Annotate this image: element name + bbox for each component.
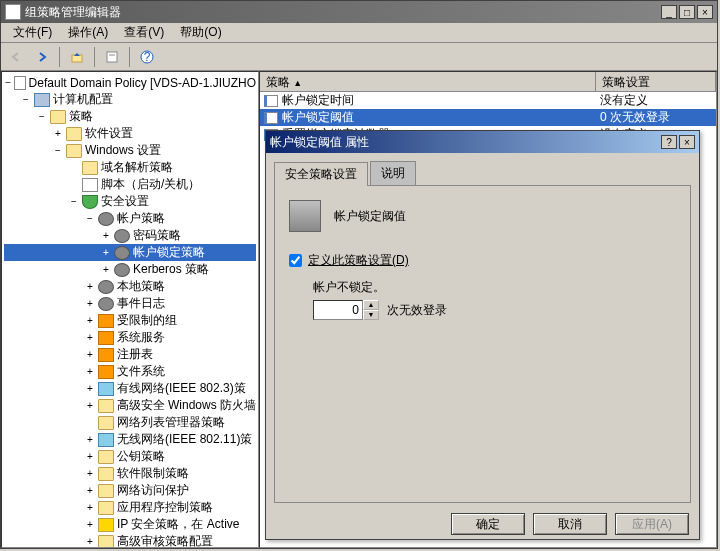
tree-label: 软件设置: [85, 125, 133, 142]
tree-account-policies[interactable]: −帐户策略: [4, 210, 256, 227]
tree-restricted-groups[interactable]: +受限制的组: [4, 312, 256, 329]
tree-label: 注册表: [117, 346, 153, 363]
ok-button[interactable]: 确定: [451, 513, 525, 535]
tree-kerberos[interactable]: +Kerberos 策略: [4, 261, 256, 278]
tab-explain[interactable]: 说明: [370, 161, 416, 185]
field-label: 帐户不锁定。: [313, 279, 676, 296]
define-policy-checkbox[interactable]: [289, 254, 302, 267]
tree-label: 帐户锁定策略: [133, 244, 205, 261]
close-button[interactable]: ×: [697, 5, 713, 19]
tree-label: IP 安全策略，在 Active: [117, 516, 239, 533]
menu-action[interactable]: 操作(A): [60, 22, 116, 43]
tree-computer-config[interactable]: −计算机配置: [4, 91, 256, 108]
help-icon: ?: [140, 50, 154, 64]
tree-label: 受限制的组: [117, 312, 177, 329]
properties-button[interactable]: [101, 46, 123, 68]
main-titlebar: 组策略管理编辑器 _ □ ×: [1, 1, 717, 23]
tree-registry[interactable]: +注册表: [4, 346, 256, 363]
list-header: 策略 ▲ 策略设置: [260, 72, 716, 92]
policy-icon: [264, 112, 278, 124]
dialog-titlebar[interactable]: 帐户锁定阈值 属性 ? ×: [266, 131, 699, 153]
tree-label: 帐户策略: [117, 210, 165, 227]
tab-security-policy[interactable]: 安全策略设置: [274, 162, 368, 186]
tree-ip-security[interactable]: +IP 安全策略，在 Active: [4, 516, 256, 533]
tree-wireless-network[interactable]: +无线网络(IEEE 802.11)策: [4, 431, 256, 448]
tree-label: 网络访问保护: [117, 482, 189, 499]
svg-rect-0: [72, 55, 82, 62]
tree-panel[interactable]: −Default Domain Policy [VDS-AD-1.JIUZHO …: [1, 71, 259, 548]
tree-domain-name[interactable]: 域名解析策略: [4, 159, 256, 176]
tree-account-lockout[interactable]: +帐户锁定策略: [4, 244, 256, 261]
tree-system-services[interactable]: +系统服务: [4, 329, 256, 346]
menu-help[interactable]: 帮助(O): [172, 22, 229, 43]
minimize-button[interactable]: _: [661, 5, 677, 19]
menu-view[interactable]: 查看(V): [116, 22, 172, 43]
spinner-down-button[interactable]: ▼: [363, 310, 379, 320]
tree-app-protection[interactable]: +网络访问保护: [4, 482, 256, 499]
tree-root[interactable]: −Default Domain Policy [VDS-AD-1.JIUZHO: [4, 74, 256, 91]
toolbar: ?: [1, 43, 717, 71]
forward-button[interactable]: [31, 46, 53, 68]
tree-label: 网络列表管理器策略: [117, 414, 225, 431]
tree-label: 计算机配置: [53, 91, 113, 108]
tree-label: 策略: [69, 108, 93, 125]
tree-file-system[interactable]: +文件系统: [4, 363, 256, 380]
list-cell-name: 帐户锁定阈值: [282, 109, 354, 126]
policy-name-label: 帐户锁定阈值: [334, 209, 406, 223]
tree-advanced-audit[interactable]: +高级审核策略配置: [4, 533, 256, 548]
menubar: 文件(F) 操作(A) 查看(V) 帮助(O): [1, 23, 717, 43]
tree-password-policy[interactable]: +密码策略: [4, 227, 256, 244]
tree-label: 文件系统: [117, 363, 165, 380]
tree-label: 公钥策略: [117, 448, 165, 465]
spinner-up-button[interactable]: ▲: [363, 300, 379, 310]
tree-label: Default Domain Policy [VDS-AD-1.JIUZHO: [29, 76, 256, 90]
tab-panel: 帐户锁定阈值 定义此策略设置(D) 帐户不锁定。 ▲ ▼ 次无效登录: [274, 185, 691, 503]
tree-windows-firewall[interactable]: +高级安全 Windows 防火墙: [4, 397, 256, 414]
up-button[interactable]: [66, 46, 88, 68]
menu-file[interactable]: 文件(F): [5, 22, 60, 43]
tree-label: 软件限制策略: [117, 465, 189, 482]
arrow-left-icon: [9, 50, 23, 64]
list-header-setting[interactable]: 策略设置: [596, 72, 716, 91]
tree-label: 无线网络(IEEE 802.11)策: [117, 431, 252, 448]
tree-app-control[interactable]: +应用程序控制策略: [4, 499, 256, 516]
tree-local-policies[interactable]: +本地策略: [4, 278, 256, 295]
tree-event-log[interactable]: +事件日志: [4, 295, 256, 312]
dialog-title: 帐户锁定阈值 属性: [270, 134, 661, 151]
tree-label: 事件日志: [117, 295, 165, 312]
tree-software-settings[interactable]: +软件设置: [4, 125, 256, 142]
dialog-close-button[interactable]: ×: [679, 135, 695, 149]
window-title: 组策略管理编辑器: [25, 4, 661, 21]
dialog-help-button[interactable]: ?: [661, 135, 677, 149]
tree-software-restriction[interactable]: +软件限制策略: [4, 465, 256, 482]
apply-button: 应用(A): [615, 513, 689, 535]
tree-label: 安全设置: [101, 193, 149, 210]
list-header-policy[interactable]: 策略 ▲: [260, 72, 596, 91]
list-row[interactable]: 帐户锁定时间 没有定义: [260, 92, 716, 109]
maximize-button[interactable]: □: [679, 5, 695, 19]
lockout-threshold-input[interactable]: [313, 300, 363, 320]
tree-label: 脚本（启动/关机）: [101, 176, 200, 193]
tree-public-key[interactable]: +公钥策略: [4, 448, 256, 465]
tree-label: 系统服务: [117, 329, 165, 346]
tree-label: 本地策略: [117, 278, 165, 295]
tree-label: Windows 设置: [85, 142, 161, 159]
tree-network-list[interactable]: 网络列表管理器策略: [4, 414, 256, 431]
tree-label: 有线网络(IEEE 802.3)策: [117, 380, 246, 397]
app-icon: [5, 4, 21, 20]
tree-scripts[interactable]: 脚本（启动/关机）: [4, 176, 256, 193]
tree-label: Kerberos 策略: [133, 261, 209, 278]
properties-dialog: 帐户锁定阈值 属性 ? × 安全策略设置 说明 帐户锁定阈值 定义此策略设置(D…: [265, 130, 700, 540]
tree-label: 密码策略: [133, 227, 181, 244]
help-button[interactable]: ?: [136, 46, 158, 68]
tree-security-settings[interactable]: −安全设置: [4, 193, 256, 210]
tree-windows-settings[interactable]: −Windows 设置: [4, 142, 256, 159]
tree-policies[interactable]: −策略: [4, 108, 256, 125]
cancel-button[interactable]: 取消: [533, 513, 607, 535]
list-cell-name: 帐户锁定时间: [282, 92, 354, 109]
list-row[interactable]: 帐户锁定阈值 0 次无效登录: [260, 109, 716, 126]
policy-icon: [264, 95, 278, 107]
tree-label: 应用程序控制策略: [117, 499, 213, 516]
policy-large-icon: [289, 200, 321, 232]
tree-wired-network[interactable]: +有线网络(IEEE 802.3)策: [4, 380, 256, 397]
